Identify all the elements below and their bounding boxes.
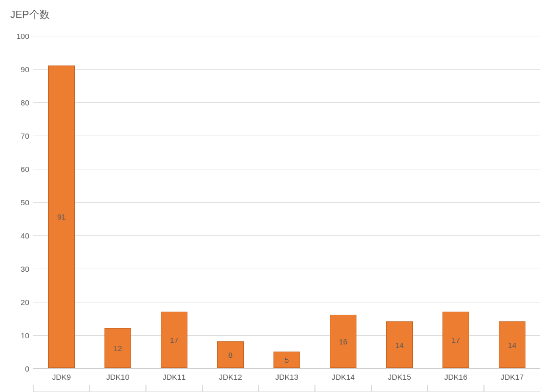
x-axis-tick-label: JDK13 (259, 373, 315, 381)
y-axis-tick-label: 100 (4, 32, 29, 40)
x-axis-tick-label: JDK14 (315, 373, 371, 381)
bar-value-label: 17 (428, 335, 484, 344)
x-axis-tick-segment (315, 385, 371, 392)
x-axis-tick-segment (259, 385, 315, 392)
y-axis-tick-label: 60 (4, 165, 29, 173)
plot-area: 9112178516141714 (33, 36, 540, 368)
x-axis-tick-segment (146, 385, 202, 392)
bar-value-label: 5 (259, 355, 315, 364)
y-axis-tick-label: 20 (4, 298, 29, 307)
x-axis-tick-label: JDK15 (371, 373, 428, 381)
x-axis-tick-label: JDK9 (33, 373, 90, 381)
chart-container: JEP个数 9112178516141714 01020304050607080… (0, 0, 549, 392)
x-axis-tick-label: JDK16 (428, 373, 484, 381)
x-axis-tick-segment (202, 385, 259, 392)
x-axis-tick-segment (428, 385, 484, 392)
bar-value-label: 12 (90, 344, 146, 353)
chart-title: JEP个数 (10, 8, 50, 21)
y-axis-tick-label: 70 (4, 132, 29, 140)
y-axis-tick-label: 90 (4, 65, 29, 74)
y-axis-tick-label: 40 (4, 231, 29, 240)
x-axis-tick-segment (484, 385, 540, 392)
y-axis-tick-label: 10 (4, 331, 29, 340)
gridline (33, 368, 540, 369)
x-axis-tick-label: JDK10 (90, 373, 146, 381)
bar-value-label: 16 (315, 337, 371, 346)
x-axis-tick-segment (90, 385, 146, 392)
x-axis-tick-label: JDK12 (202, 373, 259, 381)
bar-value-label: 14 (484, 340, 540, 349)
y-axis-tick-label: 80 (4, 98, 29, 107)
y-axis-tick-label: 30 (4, 265, 29, 273)
y-axis-tick-label: 50 (4, 198, 29, 207)
x-axis-tick-segment (33, 385, 90, 392)
x-axis-tick-segment (371, 385, 428, 392)
bar-value-label: 8 (202, 351, 259, 359)
x-axis-tick-label: JDK17 (484, 373, 540, 381)
y-axis-tick-label: 0 (4, 364, 29, 373)
bars-area: 9112178516141714 (33, 35, 540, 368)
x-axis-tick-label: JDK11 (146, 373, 202, 381)
bar-value-label: 14 (371, 340, 428, 349)
bar-value-label: 91 (33, 212, 90, 221)
bar-value-label: 17 (146, 335, 202, 344)
